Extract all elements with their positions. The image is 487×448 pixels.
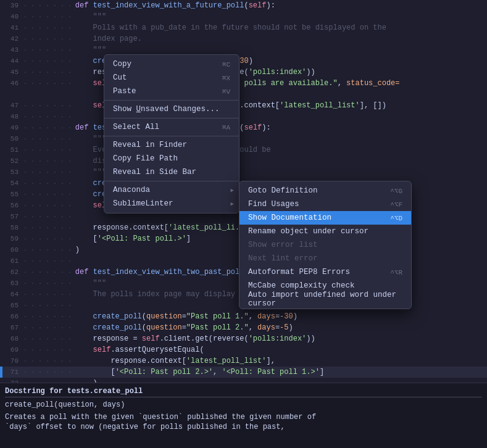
submenu-show-error: Show error list — [239, 238, 411, 252]
code-line-40: 40 · · · · · · · """ — [0, 11, 487, 22]
code-line-53: 53 · · · · · · · """ — [0, 167, 487, 178]
submenu-goto-def[interactable]: Goto Definition ^⌥G — [239, 184, 411, 197]
code-line-69: 69 · · · · · · · self.assertQuerysetEqua… — [0, 344, 487, 355]
code-line-70: 70 · · · · · · · response.context['lates… — [0, 355, 487, 367]
code-line-42: 42 · · · · · · · index page. — [0, 33, 487, 44]
menu-item-select-all[interactable]: Select All ⌘A — [104, 120, 239, 134]
submenu-rename[interactable]: Rename object under cursor — [239, 225, 411, 238]
code-line-50: 50 · · · · · · · """ — [0, 133, 487, 144]
code-line-51: 51 · · · · · · · Even i...xist, only pas… — [0, 144, 487, 156]
code-line-45: 45 · · · · · · · response = self.client.… — [0, 67, 487, 78]
code-line-72: 72 · · · · · · · ) — [0, 378, 487, 383]
menu-item-copy-file-path[interactable]: Copy File Path — [104, 152, 239, 165]
code-line-47: 47 · · · · · · · self.assertQuerysetEqua… — [0, 100, 487, 111]
separator-2 — [104, 118, 239, 118]
code-line-68: 68 · · · · · · · response = self.client.… — [0, 333, 487, 344]
menu-item-paste[interactable]: Paste ⌘V — [104, 85, 239, 98]
panel-signature: create_poll(question, days) — [5, 400, 482, 410]
separator-3 — [104, 136, 239, 136]
menu-item-anaconda[interactable]: Anaconda Goto Definition ^⌥G Find Usages… — [104, 183, 239, 197]
code-line-46: 46 · · · · · · · self.assertContains(res… — [0, 78, 487, 89]
code-line-52: 52 · · · · · · · displa... — [0, 156, 487, 167]
panel-description: Creates a poll with the given `question`… — [5, 412, 482, 422]
panel-title: Docstring for tests.create_poll — [5, 387, 482, 396]
submenu-next-lint: Next lint error — [239, 252, 411, 265]
code-line-66: 66 · · · · · · · create_poll(question="P… — [0, 311, 487, 322]
code-line-43: 43 · · · · · · · """ — [0, 44, 487, 56]
code-line-49: 49 · · · · · · · def test_i... _past_pol… — [0, 122, 487, 133]
panel-description2: `days` offset to now (negative for polls… — [5, 422, 482, 432]
menu-item-reveal-finder[interactable]: Reveal in Finder — [104, 138, 239, 152]
code-line-71: 71 · · · · · · · ['<Poll: Past poll 2.>'… — [0, 367, 487, 378]
menu-item-show-unsaved[interactable]: Show Unsaved Changes... — [104, 102, 239, 116]
context-menu[interactable]: Copy ⌘C Cut ⌘X Paste ⌘V Show Unsaved Cha… — [104, 54, 239, 214]
anaconda-submenu[interactable]: Goto Definition ^⌥G Find Usages ^⌥F Show… — [239, 181, 412, 309]
code-line-48: 48 · · · · · · · — [0, 111, 487, 122]
panel-divider — [5, 397, 482, 397]
code-line-39: 39 · · · · · · · def test_index_view_wit… — [0, 0, 487, 11]
code-line-67: 67 · · · · · · · create_poll(question="P… — [0, 322, 487, 333]
menu-item-copy[interactable]: Copy ⌘C — [104, 57, 239, 71]
submenu-pep8[interactable]: Autoformat PEP8 Errors ^⌥R — [239, 265, 411, 279]
code-line-41: 41 · · · · · · · Polls with a pub_date i… — [0, 22, 487, 33]
code-line-44: 44 · · · · · · · create_poll(question=".… — [0, 56, 487, 67]
bottom-panel: Docstring for tests.create_poll create_p… — [0, 383, 487, 448]
code-line-46b: 200) — [0, 89, 487, 100]
submenu-show-docs[interactable]: Show Documentation ^⌥D — [239, 211, 411, 225]
separator-4 — [104, 181, 239, 181]
submenu-auto-import[interactable]: Auto import undefined word under cursor — [239, 292, 411, 306]
menu-item-sublimelinter[interactable]: SublimeLinter — [104, 197, 239, 210]
separator-1 — [104, 100, 239, 101]
submenu-find-usages[interactable]: Find Usages ^⌥F — [239, 197, 411, 211]
menu-item-reveal-sidebar[interactable]: Reveal in Side Bar — [104, 165, 239, 179]
menu-item-cut[interactable]: Cut ⌘X — [104, 71, 239, 85]
